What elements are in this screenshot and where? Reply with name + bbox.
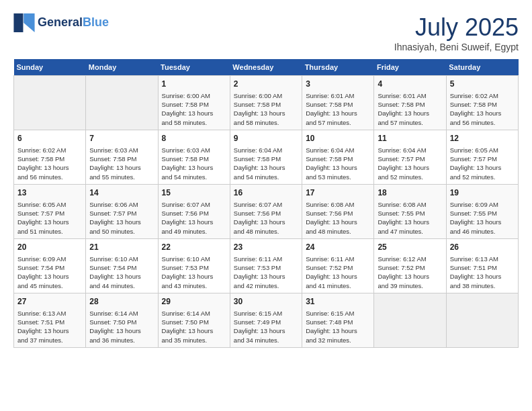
day-info: Sunrise: 6:07 AM Sunset: 7:56 PM Dayligh… xyxy=(162,200,226,236)
calendar-cell: 9Sunrise: 6:04 AM Sunset: 7:58 PM Daylig… xyxy=(230,130,302,184)
day-number: 15 xyxy=(162,187,226,199)
calendar-cell xyxy=(14,76,86,130)
day-info: Sunrise: 6:04 AM Sunset: 7:57 PM Dayligh… xyxy=(378,146,442,181)
day-of-week-header: Friday xyxy=(374,59,446,76)
calendar-week-row: 13Sunrise: 6:05 AM Sunset: 7:57 PM Dayli… xyxy=(14,184,519,238)
day-info: Sunrise: 6:13 AM Sunset: 7:51 PM Dayligh… xyxy=(450,255,515,290)
day-number: 10 xyxy=(306,133,370,144)
day-number: 1 xyxy=(162,79,226,90)
day-number: 16 xyxy=(234,187,298,199)
day-number: 2 xyxy=(234,79,298,90)
calendar-cell: 16Sunrise: 6:07 AM Sunset: 7:56 PM Dayli… xyxy=(230,184,302,238)
calendar-cell: 20Sunrise: 6:09 AM Sunset: 7:54 PM Dayli… xyxy=(14,238,86,293)
day-number: 25 xyxy=(378,242,442,253)
day-of-week-header: Sunday xyxy=(14,59,86,76)
calendar-cell: 30Sunrise: 6:15 AM Sunset: 7:49 PM Dayli… xyxy=(230,293,302,347)
calendar-cell: 12Sunrise: 6:05 AM Sunset: 7:57 PM Dayli… xyxy=(446,130,518,184)
calendar-cell: 23Sunrise: 6:11 AM Sunset: 7:53 PM Dayli… xyxy=(230,238,302,293)
logo: GeneralBlue xyxy=(13,13,109,32)
day-info: Sunrise: 6:02 AM Sunset: 7:58 PM Dayligh… xyxy=(450,91,515,127)
day-info: Sunrise: 6:03 AM Sunset: 7:58 PM Dayligh… xyxy=(162,146,226,181)
calendar-cell xyxy=(374,293,446,347)
calendar-cell: 2Sunrise: 6:00 AM Sunset: 7:58 PM Daylig… xyxy=(230,76,302,130)
calendar-week-row: 20Sunrise: 6:09 AM Sunset: 7:54 PM Dayli… xyxy=(14,238,519,293)
calendar-cell xyxy=(86,76,158,130)
day-number: 22 xyxy=(162,242,226,253)
day-number: 11 xyxy=(378,133,442,144)
day-number: 30 xyxy=(234,296,298,308)
day-number: 5 xyxy=(450,79,515,90)
day-info: Sunrise: 6:07 AM Sunset: 7:56 PM Dayligh… xyxy=(234,200,298,236)
calendar-cell: 22Sunrise: 6:10 AM Sunset: 7:53 PM Dayli… xyxy=(158,238,230,293)
day-number: 31 xyxy=(306,296,370,308)
calendar-cell: 13Sunrise: 6:05 AM Sunset: 7:57 PM Dayli… xyxy=(14,184,86,238)
calendar-cell: 11Sunrise: 6:04 AM Sunset: 7:57 PM Dayli… xyxy=(374,130,446,184)
day-number: 19 xyxy=(450,187,515,199)
calendar-cell: 8Sunrise: 6:03 AM Sunset: 7:58 PM Daylig… xyxy=(158,130,230,184)
day-number: 12 xyxy=(450,133,515,144)
location: Ihnasiyah, Beni Suweif, Egypt xyxy=(394,42,519,52)
day-info: Sunrise: 6:00 AM Sunset: 7:58 PM Dayligh… xyxy=(234,91,298,127)
day-info: Sunrise: 6:14 AM Sunset: 7:50 PM Dayligh… xyxy=(89,309,154,345)
day-info: Sunrise: 6:10 AM Sunset: 7:53 PM Dayligh… xyxy=(162,255,226,290)
calendar-cell: 5Sunrise: 6:02 AM Sunset: 7:58 PM Daylig… xyxy=(446,76,518,130)
calendar-week-row: 1Sunrise: 6:00 AM Sunset: 7:58 PM Daylig… xyxy=(14,76,519,130)
title-block: July 2025 Ihnasiyah, Beni Suweif, Egypt xyxy=(394,13,519,52)
svg-marker-2 xyxy=(24,23,34,32)
calendar-cell: 26Sunrise: 6:13 AM Sunset: 7:51 PM Dayli… xyxy=(446,238,518,293)
calendar-cell: 28Sunrise: 6:14 AM Sunset: 7:50 PM Dayli… xyxy=(86,293,158,347)
calendar-cell: 29Sunrise: 6:14 AM Sunset: 7:50 PM Dayli… xyxy=(158,293,230,347)
calendar-cell: 4Sunrise: 6:01 AM Sunset: 7:58 PM Daylig… xyxy=(374,76,446,130)
day-info: Sunrise: 6:09 AM Sunset: 7:55 PM Dayligh… xyxy=(450,200,515,236)
day-info: Sunrise: 6:11 AM Sunset: 7:53 PM Dayligh… xyxy=(234,255,298,290)
day-info: Sunrise: 6:08 AM Sunset: 7:56 PM Dayligh… xyxy=(306,200,370,236)
day-info: Sunrise: 6:09 AM Sunset: 7:54 PM Dayligh… xyxy=(17,255,82,290)
calendar-week-row: 6Sunrise: 6:02 AM Sunset: 7:58 PM Daylig… xyxy=(14,130,519,184)
day-info: Sunrise: 6:10 AM Sunset: 7:54 PM Dayligh… xyxy=(89,255,154,290)
day-number: 27 xyxy=(17,296,82,308)
day-info: Sunrise: 6:15 AM Sunset: 7:48 PM Dayligh… xyxy=(306,309,370,345)
day-number: 18 xyxy=(378,187,442,199)
day-of-week-header: Saturday xyxy=(446,59,518,76)
calendar-cell: 15Sunrise: 6:07 AM Sunset: 7:56 PM Dayli… xyxy=(158,184,230,238)
calendar-cell: 18Sunrise: 6:08 AM Sunset: 7:55 PM Dayli… xyxy=(374,184,446,238)
day-info: Sunrise: 6:04 AM Sunset: 7:58 PM Dayligh… xyxy=(234,146,298,181)
day-info: Sunrise: 6:13 AM Sunset: 7:51 PM Dayligh… xyxy=(17,309,82,345)
month-year: July 2025 xyxy=(394,13,519,42)
day-info: Sunrise: 6:12 AM Sunset: 7:52 PM Dayligh… xyxy=(378,255,442,290)
day-info: Sunrise: 6:03 AM Sunset: 7:58 PM Dayligh… xyxy=(89,146,154,181)
day-number: 4 xyxy=(378,79,442,90)
calendar-cell: 14Sunrise: 6:06 AM Sunset: 7:57 PM Dayli… xyxy=(86,184,158,238)
day-info: Sunrise: 6:01 AM Sunset: 7:58 PM Dayligh… xyxy=(306,91,370,127)
day-number: 24 xyxy=(306,242,370,253)
calendar-cell: 3Sunrise: 6:01 AM Sunset: 7:58 PM Daylig… xyxy=(302,76,374,130)
svg-rect-1 xyxy=(24,13,34,23)
calendar-table: SundayMondayTuesdayWednesdayThursdayFrid… xyxy=(13,59,519,348)
day-of-week-header: Tuesday xyxy=(158,59,230,76)
calendar-week-row: 27Sunrise: 6:13 AM Sunset: 7:51 PM Dayli… xyxy=(14,293,519,347)
day-info: Sunrise: 6:06 AM Sunset: 7:57 PM Dayligh… xyxy=(89,200,154,236)
day-info: Sunrise: 6:05 AM Sunset: 7:57 PM Dayligh… xyxy=(450,146,515,181)
calendar-cell: 10Sunrise: 6:04 AM Sunset: 7:58 PM Dayli… xyxy=(302,130,374,184)
svg-rect-0 xyxy=(13,13,23,32)
calendar-cell: 1Sunrise: 6:00 AM Sunset: 7:58 PM Daylig… xyxy=(158,76,230,130)
calendar-cell: 6Sunrise: 6:02 AM Sunset: 7:58 PM Daylig… xyxy=(14,130,86,184)
day-number: 9 xyxy=(234,133,298,144)
calendar-cell: 24Sunrise: 6:11 AM Sunset: 7:52 PM Dayli… xyxy=(302,238,374,293)
day-number: 6 xyxy=(17,133,82,144)
day-of-week-header: Wednesday xyxy=(230,59,302,76)
day-number: 20 xyxy=(17,242,82,253)
day-of-week-header: Monday xyxy=(86,59,158,76)
calendar-cell: 27Sunrise: 6:13 AM Sunset: 7:51 PM Dayli… xyxy=(14,293,86,347)
logo-icon xyxy=(13,13,35,32)
calendar-cell: 25Sunrise: 6:12 AM Sunset: 7:52 PM Dayli… xyxy=(374,238,446,293)
logo-text: GeneralBlue xyxy=(38,16,109,30)
page-header: GeneralBlue July 2025 Ihnasiyah, Beni Su… xyxy=(13,13,519,52)
day-number: 17 xyxy=(306,187,370,199)
day-number: 3 xyxy=(306,79,370,90)
day-number: 28 xyxy=(89,296,154,308)
calendar-cell: 7Sunrise: 6:03 AM Sunset: 7:58 PM Daylig… xyxy=(86,130,158,184)
day-number: 7 xyxy=(89,133,154,144)
day-info: Sunrise: 6:14 AM Sunset: 7:50 PM Dayligh… xyxy=(162,309,226,345)
day-number: 21 xyxy=(89,242,154,253)
